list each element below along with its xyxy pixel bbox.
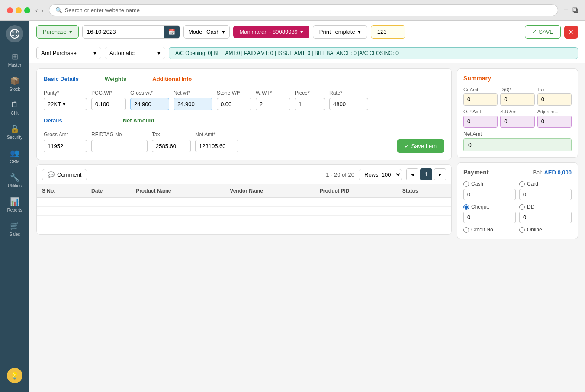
account-info-text: A/C Opening: 0| BILL AMT:0 | PAID AMT: 0… bbox=[175, 50, 399, 56]
sales-icon: 🛒 bbox=[10, 221, 19, 231]
sidebar-item-security[interactable]: 🔒 Security bbox=[0, 121, 29, 143]
purity-select[interactable]: 22KT ▾ bbox=[44, 98, 87, 110]
tabs-icon[interactable]: ⧉ bbox=[572, 6, 578, 15]
svg-point-3 bbox=[12, 35, 14, 36]
net-amt-input[interactable] bbox=[195, 140, 238, 152]
comment-label: Comment bbox=[57, 171, 81, 178]
online-radio[interactable] bbox=[519, 227, 525, 233]
tax-input[interactable] bbox=[152, 140, 191, 152]
payment-options: Cash Card bbox=[463, 181, 572, 233]
gross-amt-input[interactable] bbox=[44, 140, 87, 152]
address-text: Search or enter website name bbox=[65, 7, 140, 13]
pcg-wt-input[interactable] bbox=[91, 98, 126, 110]
sidebar-label-utilities: Utilities bbox=[8, 183, 22, 188]
net-amount-title: Net Amount bbox=[123, 117, 154, 124]
sr-amt-value: 0 bbox=[500, 116, 534, 128]
amt-purchase-select[interactable]: Amt Purchase ▾ bbox=[36, 47, 101, 59]
next-page-button[interactable]: ▸ bbox=[434, 168, 446, 180]
rate-input[interactable] bbox=[329, 98, 368, 110]
summary-panel: Summary Gr Amt 0 D(0)* 0 Tax 0 bbox=[457, 68, 578, 387]
minimize-button[interactable] bbox=[16, 7, 22, 13]
sidebar-item-utilities[interactable]: 🔧 Utilities bbox=[0, 169, 29, 192]
payment-title: Payment bbox=[463, 169, 489, 176]
sub-toolbar: Amt Purchase ▾ Automatic ▾ A/C Opening: … bbox=[29, 43, 585, 63]
dd-option: DD bbox=[519, 204, 572, 223]
sidebar-item-crm[interactable]: 👥 CRM bbox=[0, 145, 29, 167]
gross-wt-input[interactable] bbox=[130, 98, 169, 110]
rows-per-page-select[interactable]: Rows: 100 Rows: 50 Rows: 25 bbox=[359, 169, 402, 180]
save-item-button[interactable]: ✓ Save Item bbox=[397, 139, 444, 153]
bill-number-input[interactable] bbox=[371, 25, 405, 39]
online-label[interactable]: Online bbox=[519, 227, 572, 233]
save-item-label: Save Item bbox=[411, 143, 437, 149]
svg-point-4 bbox=[16, 35, 17, 36]
reports-icon: 📊 bbox=[10, 197, 19, 206]
maximize-button[interactable] bbox=[24, 7, 30, 13]
forward-button[interactable]: › bbox=[41, 6, 43, 14]
sidebar-item-reports[interactable]: 📊 Reports bbox=[0, 193, 29, 216]
sidebar-label-security: Security bbox=[7, 135, 22, 140]
dd-label[interactable]: DD bbox=[519, 204, 572, 210]
vendor-label: Manimaran - 89089089 bbox=[239, 29, 297, 35]
wwt-label: W.WT* bbox=[256, 90, 290, 96]
gross-wt-label: Gross wt* bbox=[130, 90, 169, 96]
main-content: Purchase ▾ 📅 Mode: Cash ▾ Manimaran - 89… bbox=[29, 21, 585, 392]
vendor-button[interactable]: Manimaran - 89089089 ▾ bbox=[233, 26, 309, 38]
cheque-label[interactable]: Cheque bbox=[463, 204, 516, 210]
op-amt-field: O.P Amt 0 bbox=[463, 109, 498, 128]
form-panel: Basic Details Weights Additional Info Pu… bbox=[36, 68, 452, 387]
print-template-button[interactable]: Print Template ▾ bbox=[313, 25, 367, 39]
table-row bbox=[37, 207, 451, 216]
rfid-input[interactable] bbox=[91, 140, 148, 152]
card-input[interactable] bbox=[519, 189, 572, 200]
close-button[interactable]: ✕ bbox=[564, 26, 578, 39]
page-1-button[interactable]: 1 bbox=[420, 168, 432, 180]
cheque-input[interactable] bbox=[463, 212, 516, 223]
cash-label[interactable]: Cash bbox=[463, 181, 516, 187]
date-input[interactable] bbox=[83, 26, 164, 38]
new-tab-icon[interactable]: + bbox=[563, 6, 568, 15]
svg-point-2 bbox=[16, 31, 17, 33]
prev-page-button[interactable]: ◂ bbox=[406, 168, 418, 180]
address-bar[interactable]: 🔍 Search or enter website name bbox=[49, 4, 559, 16]
sidebar-item-stock[interactable]: 📦 Stock bbox=[0, 73, 29, 95]
online-option: Online bbox=[519, 227, 572, 233]
payment-card: Payment Bal: AED 0,000 Cash bbox=[457, 162, 578, 239]
net-wt-input[interactable] bbox=[174, 98, 212, 110]
cheque-radio[interactable] bbox=[463, 204, 469, 210]
dd-input[interactable] bbox=[519, 212, 572, 223]
credit-radio[interactable] bbox=[463, 227, 469, 233]
card-radio[interactable] bbox=[519, 181, 525, 187]
purchase-chevron-icon: ▾ bbox=[69, 29, 72, 35]
cash-radio[interactable] bbox=[463, 181, 469, 187]
dd-radio[interactable] bbox=[519, 204, 525, 210]
close-button[interactable] bbox=[7, 7, 13, 13]
sidebar: ⊞ Master 📦 Stock 🗒 Chit 🔒 Security 👥 CRM… bbox=[0, 21, 29, 392]
purchase-button[interactable]: Purchase ▾ bbox=[36, 25, 79, 39]
piece-input[interactable] bbox=[295, 98, 325, 110]
crm-icon: 👥 bbox=[10, 148, 19, 158]
sr-amt-field: S.R Amt 0 bbox=[500, 109, 534, 128]
chit-icon: 🗒 bbox=[11, 100, 19, 109]
back-button[interactable]: ‹ bbox=[35, 6, 38, 14]
stone-wt-input[interactable] bbox=[217, 98, 251, 110]
mode-select[interactable]: Mode: Cash ▾ bbox=[183, 25, 230, 39]
wwt-input[interactable] bbox=[256, 98, 290, 110]
theme-toggle[interactable]: 💡 bbox=[7, 368, 22, 383]
save-button[interactable]: ✓ SAVE bbox=[525, 25, 561, 39]
sidebar-item-chit[interactable]: 🗒 Chit bbox=[0, 97, 29, 119]
save-item-check-icon: ✓ bbox=[405, 143, 409, 149]
sidebar-item-master[interactable]: ⊞ Master bbox=[0, 48, 29, 71]
master-icon: ⊞ bbox=[12, 52, 18, 61]
cash-input[interactable] bbox=[463, 189, 516, 200]
calendar-button[interactable]: 📅 bbox=[164, 26, 180, 38]
card-label[interactable]: Card bbox=[519, 181, 572, 187]
comment-button[interactable]: 💬 Comment bbox=[42, 169, 87, 180]
automatic-select[interactable]: Automatic ▾ bbox=[105, 47, 165, 59]
d0-label: D(0)* bbox=[500, 87, 534, 92]
sidebar-label-sales: Sales bbox=[9, 232, 20, 237]
gr-amt-field: Gr Amt 0 bbox=[463, 87, 498, 106]
credit-label[interactable]: Credit No.. bbox=[463, 227, 516, 233]
gr-amt-label: Gr Amt bbox=[463, 87, 498, 92]
sidebar-item-sales[interactable]: 🛒 Sales bbox=[0, 218, 29, 240]
